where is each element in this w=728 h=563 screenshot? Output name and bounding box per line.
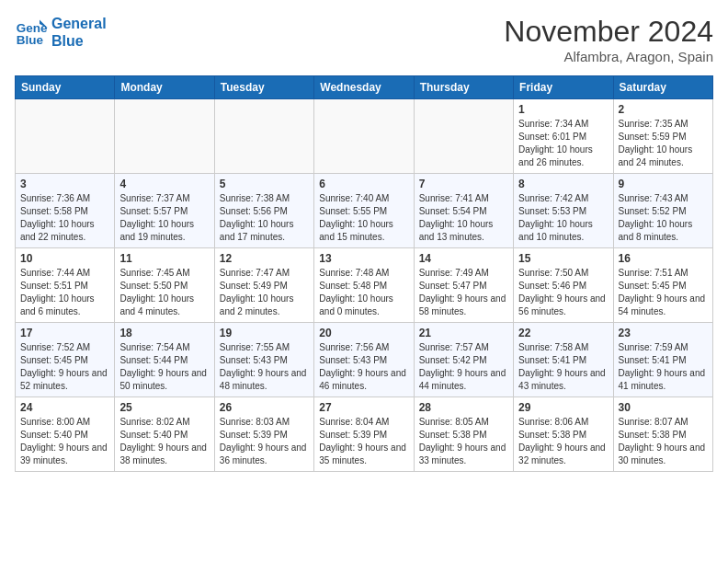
month-title: November 2024 <box>504 15 713 49</box>
day-number: 21 <box>419 327 508 339</box>
calendar-cell: 24Sunrise: 8:00 AM Sunset: 5:40 PM Dayli… <box>16 397 115 472</box>
day-info: Sunrise: 7:38 AM Sunset: 5:56 PM Dayligh… <box>220 192 309 244</box>
day-info: Sunrise: 7:40 AM Sunset: 5:55 PM Dayligh… <box>319 192 408 244</box>
logo-text-general: General <box>51 15 107 32</box>
day-info: Sunrise: 7:49 AM Sunset: 5:47 PM Dayligh… <box>419 267 508 318</box>
day-number: 17 <box>20 327 109 339</box>
day-number: 10 <box>20 252 109 265</box>
calendar-cell: 1Sunrise: 7:34 AM Sunset: 6:01 PM Daylig… <box>514 99 613 174</box>
day-info: Sunrise: 7:45 AM Sunset: 5:50 PM Dayligh… <box>119 267 209 318</box>
calendar-cell <box>414 99 513 174</box>
logo: General Blue General Blue <box>15 15 107 50</box>
weekday-header-wednesday: Wednesday <box>314 76 414 99</box>
calendar-cell: 29Sunrise: 8:06 AM Sunset: 5:38 PM Dayli… <box>514 397 613 472</box>
day-info: Sunrise: 7:36 AM Sunset: 5:58 PM Dayligh… <box>20 192 109 244</box>
calendar-cell: 7Sunrise: 7:41 AM Sunset: 5:54 PM Daylig… <box>414 174 513 248</box>
calendar-table: SundayMondayTuesdayWednesdayThursdayFrid… <box>15 75 713 472</box>
day-info: Sunrise: 7:56 AM Sunset: 5:43 PM Dayligh… <box>319 341 408 393</box>
day-info: Sunrise: 7:52 AM Sunset: 5:45 PM Dayligh… <box>20 341 109 393</box>
calendar-week-5: 24Sunrise: 8:00 AM Sunset: 5:40 PM Dayli… <box>16 397 713 472</box>
day-info: Sunrise: 7:48 AM Sunset: 5:48 PM Dayligh… <box>319 267 408 318</box>
calendar-cell: 6Sunrise: 7:40 AM Sunset: 5:55 PM Daylig… <box>314 174 414 248</box>
calendar-cell <box>115 99 214 174</box>
calendar-cell <box>314 99 414 174</box>
day-number: 28 <box>419 401 508 414</box>
day-info: Sunrise: 7:34 AM Sunset: 6:01 PM Dayligh… <box>518 118 608 169</box>
day-number: 30 <box>619 401 708 414</box>
day-info: Sunrise: 8:06 AM Sunset: 5:38 PM Dayligh… <box>518 416 608 467</box>
calendar-week-1: 1Sunrise: 7:34 AM Sunset: 6:01 PM Daylig… <box>16 99 713 174</box>
day-number: 20 <box>319 327 408 339</box>
calendar-cell: 12Sunrise: 7:47 AM Sunset: 5:49 PM Dayli… <box>214 248 313 323</box>
day-info: Sunrise: 7:35 AM Sunset: 5:59 PM Dayligh… <box>619 118 708 169</box>
calendar-cell: 2Sunrise: 7:35 AM Sunset: 5:59 PM Daylig… <box>613 99 712 174</box>
day-number: 15 <box>518 252 608 265</box>
calendar-cell: 17Sunrise: 7:52 AM Sunset: 5:45 PM Dayli… <box>16 323 115 397</box>
day-info: Sunrise: 7:44 AM Sunset: 5:51 PM Dayligh… <box>20 267 109 318</box>
calendar-cell: 4Sunrise: 7:37 AM Sunset: 5:57 PM Daylig… <box>115 174 214 248</box>
calendar-cell: 22Sunrise: 7:58 AM Sunset: 5:41 PM Dayli… <box>514 323 613 397</box>
calendar-cell: 25Sunrise: 8:02 AM Sunset: 5:40 PM Dayli… <box>115 397 214 472</box>
calendar-cell: 14Sunrise: 7:49 AM Sunset: 5:47 PM Dayli… <box>414 248 513 323</box>
day-number: 18 <box>119 327 209 339</box>
day-info: Sunrise: 8:07 AM Sunset: 5:38 PM Dayligh… <box>619 416 708 467</box>
svg-text:Blue: Blue <box>17 33 44 47</box>
calendar-cell: 9Sunrise: 7:43 AM Sunset: 5:52 PM Daylig… <box>613 174 712 248</box>
day-info: Sunrise: 7:51 AM Sunset: 5:45 PM Dayligh… <box>619 267 708 318</box>
calendar-cell: 27Sunrise: 8:04 AM Sunset: 5:39 PM Dayli… <box>314 397 414 472</box>
calendar-week-4: 17Sunrise: 7:52 AM Sunset: 5:45 PM Dayli… <box>16 323 713 397</box>
day-info: Sunrise: 8:02 AM Sunset: 5:40 PM Dayligh… <box>119 416 209 467</box>
day-number: 12 <box>220 252 309 265</box>
calendar-cell: 5Sunrise: 7:38 AM Sunset: 5:56 PM Daylig… <box>214 174 313 248</box>
day-info: Sunrise: 8:03 AM Sunset: 5:39 PM Dayligh… <box>220 416 309 467</box>
day-number: 25 <box>119 401 209 414</box>
calendar-week-2: 3Sunrise: 7:36 AM Sunset: 5:58 PM Daylig… <box>16 174 713 248</box>
logo-icon: General Blue <box>15 16 48 49</box>
day-number: 23 <box>619 327 708 339</box>
calendar-cell: 19Sunrise: 7:55 AM Sunset: 5:43 PM Dayli… <box>214 323 313 397</box>
day-number: 14 <box>419 252 508 265</box>
day-number: 7 <box>419 178 508 190</box>
page-header: General Blue General Blue November 2024 … <box>15 15 713 64</box>
day-number: 1 <box>518 103 608 116</box>
weekday-header-monday: Monday <box>115 76 214 99</box>
calendar-cell <box>214 99 313 174</box>
day-info: Sunrise: 7:59 AM Sunset: 5:41 PM Dayligh… <box>619 341 708 393</box>
weekday-header-friday: Friday <box>514 76 613 99</box>
day-info: Sunrise: 7:47 AM Sunset: 5:49 PM Dayligh… <box>220 267 309 318</box>
day-number: 19 <box>220 327 309 339</box>
calendar-cell <box>16 99 115 174</box>
calendar-cell: 15Sunrise: 7:50 AM Sunset: 5:46 PM Dayli… <box>514 248 613 323</box>
day-number: 6 <box>319 178 408 190</box>
day-number: 24 <box>20 401 109 414</box>
calendar-cell: 26Sunrise: 8:03 AM Sunset: 5:39 PM Dayli… <box>214 397 313 472</box>
day-number: 5 <box>220 178 309 190</box>
weekday-header-sunday: Sunday <box>16 76 115 99</box>
weekday-header-row: SundayMondayTuesdayWednesdayThursdayFrid… <box>16 76 713 99</box>
day-number: 13 <box>319 252 408 265</box>
calendar-week-3: 10Sunrise: 7:44 AM Sunset: 5:51 PM Dayli… <box>16 248 713 323</box>
day-number: 29 <box>518 401 608 414</box>
day-number: 11 <box>119 252 209 265</box>
day-number: 27 <box>319 401 408 414</box>
day-number: 8 <box>518 178 608 190</box>
day-number: 22 <box>518 327 608 339</box>
calendar-cell: 13Sunrise: 7:48 AM Sunset: 5:48 PM Dayli… <box>314 248 414 323</box>
day-info: Sunrise: 7:50 AM Sunset: 5:46 PM Dayligh… <box>518 267 608 318</box>
calendar-cell: 21Sunrise: 7:57 AM Sunset: 5:42 PM Dayli… <box>414 323 513 397</box>
calendar-cell: 30Sunrise: 8:07 AM Sunset: 5:38 PM Dayli… <box>613 397 712 472</box>
day-number: 26 <box>220 401 309 414</box>
calendar-cell: 23Sunrise: 7:59 AM Sunset: 5:41 PM Dayli… <box>613 323 712 397</box>
day-info: Sunrise: 7:55 AM Sunset: 5:43 PM Dayligh… <box>220 341 309 393</box>
day-info: Sunrise: 7:57 AM Sunset: 5:42 PM Dayligh… <box>419 341 508 393</box>
day-info: Sunrise: 8:00 AM Sunset: 5:40 PM Dayligh… <box>20 416 109 467</box>
day-info: Sunrise: 7:42 AM Sunset: 5:53 PM Dayligh… <box>518 192 608 244</box>
location-text: Alfambra, Aragon, Spain <box>504 49 713 64</box>
day-number: 16 <box>619 252 708 265</box>
calendar-cell: 3Sunrise: 7:36 AM Sunset: 5:58 PM Daylig… <box>16 174 115 248</box>
day-info: Sunrise: 7:41 AM Sunset: 5:54 PM Dayligh… <box>419 192 508 244</box>
day-info: Sunrise: 7:43 AM Sunset: 5:52 PM Dayligh… <box>619 192 708 244</box>
calendar-cell: 11Sunrise: 7:45 AM Sunset: 5:50 PM Dayli… <box>115 248 214 323</box>
calendar-cell: 28Sunrise: 8:05 AM Sunset: 5:38 PM Dayli… <box>414 397 513 472</box>
day-number: 2 <box>619 103 708 116</box>
